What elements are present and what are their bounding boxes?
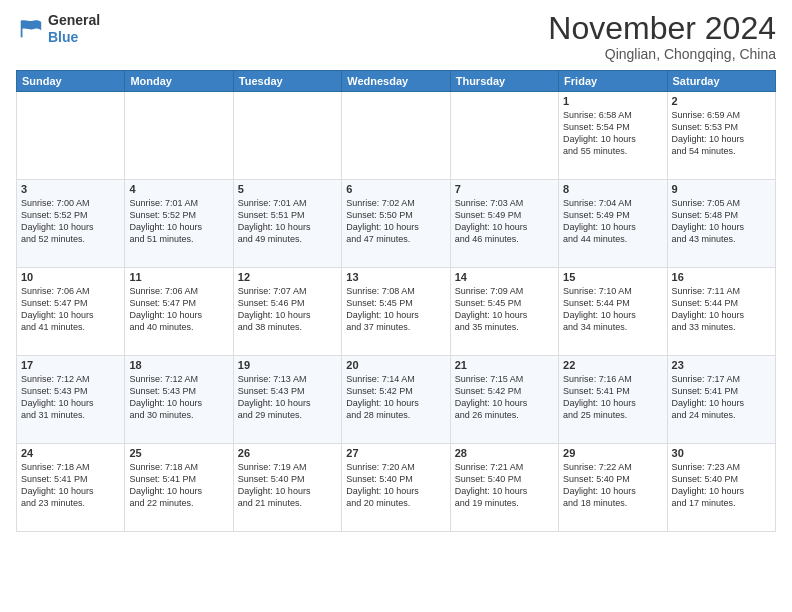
day-info: Sunrise: 7:01 AM Sunset: 5:51 PM Dayligh… bbox=[238, 197, 337, 246]
day-cell: 16Sunrise: 7:11 AM Sunset: 5:44 PM Dayli… bbox=[667, 268, 775, 356]
day-cell bbox=[342, 92, 450, 180]
day-cell bbox=[450, 92, 558, 180]
header: General Blue November 2024 Qinglian, Cho… bbox=[16, 12, 776, 62]
day-cell: 19Sunrise: 7:13 AM Sunset: 5:43 PM Dayli… bbox=[233, 356, 341, 444]
day-cell bbox=[233, 92, 341, 180]
day-cell: 12Sunrise: 7:07 AM Sunset: 5:46 PM Dayli… bbox=[233, 268, 341, 356]
title-block: November 2024 Qinglian, Chongqing, China bbox=[548, 12, 776, 62]
month-title: November 2024 bbox=[548, 12, 776, 44]
day-cell: 2Sunrise: 6:59 AM Sunset: 5:53 PM Daylig… bbox=[667, 92, 775, 180]
week-row-2: 3Sunrise: 7:00 AM Sunset: 5:52 PM Daylig… bbox=[17, 180, 776, 268]
week-row-5: 24Sunrise: 7:18 AM Sunset: 5:41 PM Dayli… bbox=[17, 444, 776, 532]
day-cell: 10Sunrise: 7:06 AM Sunset: 5:47 PM Dayli… bbox=[17, 268, 125, 356]
week-row-3: 10Sunrise: 7:06 AM Sunset: 5:47 PM Dayli… bbox=[17, 268, 776, 356]
logo-blue: Blue bbox=[48, 29, 100, 46]
day-number: 29 bbox=[563, 447, 662, 459]
weekday-header-saturday: Saturday bbox=[667, 71, 775, 92]
day-number: 23 bbox=[672, 359, 771, 371]
day-number: 16 bbox=[672, 271, 771, 283]
day-number: 15 bbox=[563, 271, 662, 283]
day-number: 20 bbox=[346, 359, 445, 371]
day-cell: 20Sunrise: 7:14 AM Sunset: 5:42 PM Dayli… bbox=[342, 356, 450, 444]
week-row-1: 1Sunrise: 6:58 AM Sunset: 5:54 PM Daylig… bbox=[17, 92, 776, 180]
day-cell: 17Sunrise: 7:12 AM Sunset: 5:43 PM Dayli… bbox=[17, 356, 125, 444]
weekday-header-wednesday: Wednesday bbox=[342, 71, 450, 92]
day-cell: 28Sunrise: 7:21 AM Sunset: 5:40 PM Dayli… bbox=[450, 444, 558, 532]
day-number: 18 bbox=[129, 359, 228, 371]
day-cell: 24Sunrise: 7:18 AM Sunset: 5:41 PM Dayli… bbox=[17, 444, 125, 532]
day-info: Sunrise: 7:02 AM Sunset: 5:50 PM Dayligh… bbox=[346, 197, 445, 246]
day-cell: 14Sunrise: 7:09 AM Sunset: 5:45 PM Dayli… bbox=[450, 268, 558, 356]
day-number: 12 bbox=[238, 271, 337, 283]
day-number: 22 bbox=[563, 359, 662, 371]
page: General Blue November 2024 Qinglian, Cho… bbox=[0, 0, 792, 612]
day-number: 5 bbox=[238, 183, 337, 195]
weekday-header-row: SundayMondayTuesdayWednesdayThursdayFrid… bbox=[17, 71, 776, 92]
day-number: 9 bbox=[672, 183, 771, 195]
day-number: 6 bbox=[346, 183, 445, 195]
day-number: 30 bbox=[672, 447, 771, 459]
day-info: Sunrise: 7:16 AM Sunset: 5:41 PM Dayligh… bbox=[563, 373, 662, 422]
day-cell: 6Sunrise: 7:02 AM Sunset: 5:50 PM Daylig… bbox=[342, 180, 450, 268]
day-cell: 9Sunrise: 7:05 AM Sunset: 5:48 PM Daylig… bbox=[667, 180, 775, 268]
day-number: 21 bbox=[455, 359, 554, 371]
day-number: 28 bbox=[455, 447, 554, 459]
day-cell: 27Sunrise: 7:20 AM Sunset: 5:40 PM Dayli… bbox=[342, 444, 450, 532]
day-number: 19 bbox=[238, 359, 337, 371]
day-cell: 23Sunrise: 7:17 AM Sunset: 5:41 PM Dayli… bbox=[667, 356, 775, 444]
day-info: Sunrise: 7:13 AM Sunset: 5:43 PM Dayligh… bbox=[238, 373, 337, 422]
day-cell bbox=[17, 92, 125, 180]
day-number: 11 bbox=[129, 271, 228, 283]
day-cell: 15Sunrise: 7:10 AM Sunset: 5:44 PM Dayli… bbox=[559, 268, 667, 356]
day-cell: 7Sunrise: 7:03 AM Sunset: 5:49 PM Daylig… bbox=[450, 180, 558, 268]
logo-text: General Blue bbox=[48, 12, 100, 46]
location: Qinglian, Chongqing, China bbox=[548, 46, 776, 62]
day-number: 8 bbox=[563, 183, 662, 195]
day-cell: 30Sunrise: 7:23 AM Sunset: 5:40 PM Dayli… bbox=[667, 444, 775, 532]
day-info: Sunrise: 7:12 AM Sunset: 5:43 PM Dayligh… bbox=[21, 373, 120, 422]
day-number: 17 bbox=[21, 359, 120, 371]
day-info: Sunrise: 7:15 AM Sunset: 5:42 PM Dayligh… bbox=[455, 373, 554, 422]
day-info: Sunrise: 7:20 AM Sunset: 5:40 PM Dayligh… bbox=[346, 461, 445, 510]
day-info: Sunrise: 7:04 AM Sunset: 5:49 PM Dayligh… bbox=[563, 197, 662, 246]
day-cell: 29Sunrise: 7:22 AM Sunset: 5:40 PM Dayli… bbox=[559, 444, 667, 532]
day-info: Sunrise: 6:59 AM Sunset: 5:53 PM Dayligh… bbox=[672, 109, 771, 158]
calendar: SundayMondayTuesdayWednesdayThursdayFrid… bbox=[16, 70, 776, 532]
day-number: 24 bbox=[21, 447, 120, 459]
day-cell: 18Sunrise: 7:12 AM Sunset: 5:43 PM Dayli… bbox=[125, 356, 233, 444]
day-number: 27 bbox=[346, 447, 445, 459]
day-info: Sunrise: 7:12 AM Sunset: 5:43 PM Dayligh… bbox=[129, 373, 228, 422]
logo-icon bbox=[16, 15, 44, 43]
day-cell: 3Sunrise: 7:00 AM Sunset: 5:52 PM Daylig… bbox=[17, 180, 125, 268]
day-info: Sunrise: 7:18 AM Sunset: 5:41 PM Dayligh… bbox=[129, 461, 228, 510]
day-number: 7 bbox=[455, 183, 554, 195]
day-number: 1 bbox=[563, 95, 662, 107]
weekday-header-thursday: Thursday bbox=[450, 71, 558, 92]
day-number: 10 bbox=[21, 271, 120, 283]
day-info: Sunrise: 7:09 AM Sunset: 5:45 PM Dayligh… bbox=[455, 285, 554, 334]
day-info: Sunrise: 7:03 AM Sunset: 5:49 PM Dayligh… bbox=[455, 197, 554, 246]
day-info: Sunrise: 7:14 AM Sunset: 5:42 PM Dayligh… bbox=[346, 373, 445, 422]
day-number: 4 bbox=[129, 183, 228, 195]
day-info: Sunrise: 7:10 AM Sunset: 5:44 PM Dayligh… bbox=[563, 285, 662, 334]
day-number: 14 bbox=[455, 271, 554, 283]
day-cell: 25Sunrise: 7:18 AM Sunset: 5:41 PM Dayli… bbox=[125, 444, 233, 532]
weekday-header-tuesday: Tuesday bbox=[233, 71, 341, 92]
day-info: Sunrise: 7:11 AM Sunset: 5:44 PM Dayligh… bbox=[672, 285, 771, 334]
day-cell bbox=[125, 92, 233, 180]
day-cell: 22Sunrise: 7:16 AM Sunset: 5:41 PM Dayli… bbox=[559, 356, 667, 444]
day-cell: 8Sunrise: 7:04 AM Sunset: 5:49 PM Daylig… bbox=[559, 180, 667, 268]
logo-general: General bbox=[48, 12, 100, 29]
day-cell: 4Sunrise: 7:01 AM Sunset: 5:52 PM Daylig… bbox=[125, 180, 233, 268]
day-info: Sunrise: 7:18 AM Sunset: 5:41 PM Dayligh… bbox=[21, 461, 120, 510]
day-number: 2 bbox=[672, 95, 771, 107]
day-info: Sunrise: 7:01 AM Sunset: 5:52 PM Dayligh… bbox=[129, 197, 228, 246]
day-info: Sunrise: 7:23 AM Sunset: 5:40 PM Dayligh… bbox=[672, 461, 771, 510]
day-info: Sunrise: 7:07 AM Sunset: 5:46 PM Dayligh… bbox=[238, 285, 337, 334]
day-number: 3 bbox=[21, 183, 120, 195]
day-info: Sunrise: 7:21 AM Sunset: 5:40 PM Dayligh… bbox=[455, 461, 554, 510]
week-row-4: 17Sunrise: 7:12 AM Sunset: 5:43 PM Dayli… bbox=[17, 356, 776, 444]
day-cell: 26Sunrise: 7:19 AM Sunset: 5:40 PM Dayli… bbox=[233, 444, 341, 532]
weekday-header-monday: Monday bbox=[125, 71, 233, 92]
day-number: 25 bbox=[129, 447, 228, 459]
